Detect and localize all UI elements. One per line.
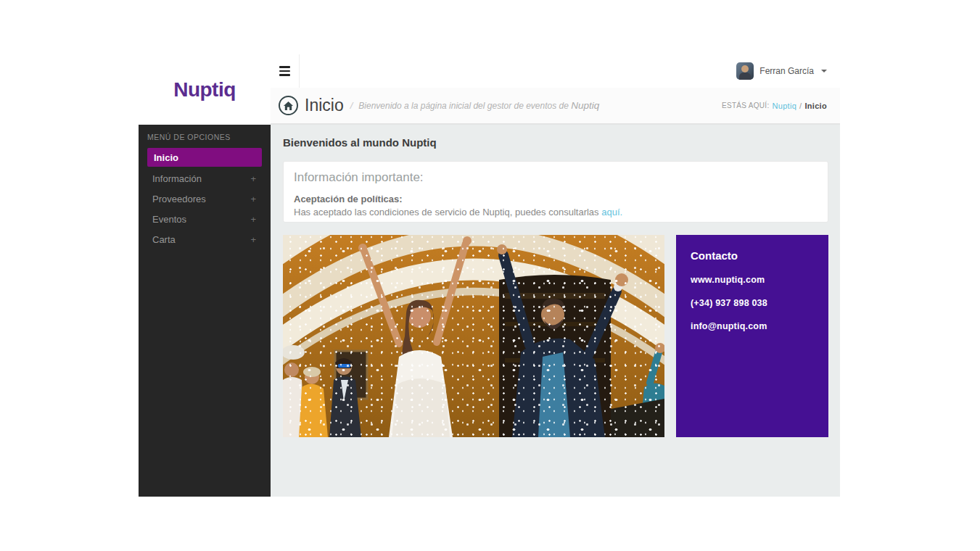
sidebar-menu-title: MENÚ DE OPCIONES xyxy=(139,133,271,148)
sidebar-item-carta[interactable]: Carta + xyxy=(139,229,271,249)
sidebar-item-eventos[interactable]: Eventos + xyxy=(139,209,271,229)
app-window: Nuptiq MENÚ DE OPCIONES Inicio Informaci… xyxy=(139,54,840,497)
breadcrumb-bar: Inicio / Bienvenido a la página inicial … xyxy=(271,88,840,125)
contact-website: www.nuptiq.com xyxy=(691,275,814,285)
plus-expand-icon: + xyxy=(250,173,256,184)
sidebar-item-label: Inicio xyxy=(154,152,178,163)
info-card-subtitle: Aceptación de políticas: xyxy=(294,194,818,204)
chevron-down-icon xyxy=(821,70,827,72)
contact-box: Contacto www.nuptiq.com (+34) 937 898 03… xyxy=(676,235,828,437)
wedding-photo xyxy=(283,235,664,437)
nuptiq-logo[interactable]: Nuptiq xyxy=(173,78,236,102)
media-row: Contacto www.nuptiq.com (+34) 937 898 03… xyxy=(283,235,828,437)
main-area: Ferran García Inicio / Bienvenido a la p… xyxy=(271,54,840,497)
page-subtitle: Bienvenido a la página inicial del gesto… xyxy=(358,100,599,111)
breadcrumb-location: ESTÁS AQUÍ: Nuptiq / Inicio xyxy=(722,102,827,110)
location-label: ESTÁS AQUÍ: xyxy=(722,102,770,109)
home-icon-glyph xyxy=(283,101,294,111)
policies-link[interactable]: aquí. xyxy=(601,207,622,218)
sidebar-item-label: Información xyxy=(152,173,202,184)
content-area: Bienvenidos al mundo Nuptiq Información … xyxy=(271,125,840,497)
sidebar-item-label: Proveedores xyxy=(152,194,206,204)
logo-area: Nuptiq xyxy=(139,54,271,125)
location-separator: / xyxy=(799,102,802,110)
sidebar-item-label: Eventos xyxy=(152,214,186,225)
home-icon[interactable] xyxy=(279,96,298,115)
plus-expand-icon: + xyxy=(250,234,256,245)
page-subtitle-brand: Nuptiq xyxy=(571,100,599,111)
info-card-body: Has aceptado las condiciones de servicio… xyxy=(294,207,818,218)
welcome-heading: Bienvenidos al mundo Nuptiq xyxy=(283,136,828,149)
avatar xyxy=(736,62,754,80)
sidebar-menu: MENÚ DE OPCIONES Inicio Información + Pr… xyxy=(139,125,271,497)
location-app-link[interactable]: Nuptiq xyxy=(773,102,797,110)
sidebar-item-proveedores[interactable]: Proveedores + xyxy=(139,188,271,209)
topbar: Ferran García xyxy=(271,54,840,88)
sidebar-item-informacion[interactable]: Información + xyxy=(139,168,271,188)
user-name: Ferran García xyxy=(759,66,814,76)
sidebar: Nuptiq MENÚ DE OPCIONES Inicio Informaci… xyxy=(139,54,271,497)
location-current-page: Inicio xyxy=(804,102,827,110)
contact-title: Contacto xyxy=(691,249,814,262)
breadcrumb-separator: / xyxy=(350,100,353,111)
plus-expand-icon: + xyxy=(250,214,256,225)
contact-phone: (+34) 937 898 038 xyxy=(691,298,814,308)
page-title: Inicio xyxy=(305,96,344,115)
user-menu[interactable]: Ferran García xyxy=(736,54,840,88)
wedding-photo-illustration xyxy=(283,235,664,437)
hamburger-menu-icon[interactable] xyxy=(271,54,300,88)
page-subtitle-text: Bienvenido a la página inicial del gesto… xyxy=(358,101,569,111)
plus-expand-icon: + xyxy=(250,194,256,204)
sidebar-item-label: Carta xyxy=(152,234,176,245)
info-card-title: Información importante: xyxy=(294,170,818,185)
info-card-body-text: Has aceptado las condiciones de servicio… xyxy=(294,207,599,218)
important-info-card: Información importante: Aceptación de po… xyxy=(283,161,828,223)
sidebar-item-inicio[interactable]: Inicio xyxy=(147,148,262,167)
contact-email: info@nuptiq.com xyxy=(691,321,814,331)
